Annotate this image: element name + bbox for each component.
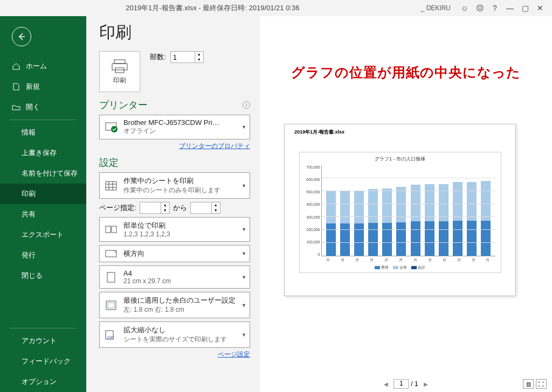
nav-account[interactable]: アカウント bbox=[0, 331, 86, 351]
svg-rect-7 bbox=[112, 226, 116, 233]
next-page-button[interactable]: ▶ bbox=[420, 381, 431, 387]
svg-rect-5 bbox=[106, 181, 116, 190]
preview-pager: ◀ 1 / 1 ▶ bbox=[260, 379, 552, 389]
copies-up[interactable]: ▲ bbox=[195, 52, 203, 57]
maximize-button[interactable]: ▢ bbox=[518, 2, 533, 14]
printer-icon bbox=[111, 59, 128, 74]
svg-rect-6 bbox=[106, 226, 111, 233]
prev-page-button[interactable]: ◀ bbox=[381, 381, 391, 387]
current-page-input[interactable]: 1 bbox=[394, 379, 409, 389]
copies-down[interactable]: ▼ bbox=[195, 57, 203, 62]
page-total: / 1 bbox=[411, 380, 418, 388]
nav-share[interactable]: 共有 bbox=[0, 204, 86, 225]
printer-properties-link[interactable]: プリンターのプロパティ bbox=[99, 142, 250, 151]
title-bar: 2019年1月-報告書.xlsx - 最終保存日時: 2019/01/21 0:… bbox=[0, 0, 552, 16]
margins-icon bbox=[104, 300, 118, 310]
chevron-down-icon: ▼ bbox=[242, 124, 246, 130]
nav-export[interactable]: エクスポート bbox=[0, 225, 86, 245]
nav-save[interactable]: 上書き保存 bbox=[0, 143, 86, 163]
nav-open[interactable]: 開く bbox=[0, 97, 86, 117]
print-preview-pane: グラフの位置が用紙の中央になった 2019年1月-報告書.xlsx グラフ1 -… bbox=[260, 16, 552, 392]
orientation-select[interactable]: 横方向 ▼ bbox=[99, 245, 250, 262]
printer-select[interactable]: Brother MFC-J6573CDW Pri…オフライン ▼ bbox=[99, 115, 250, 139]
nav-close[interactable]: 閉じる bbox=[0, 265, 86, 286]
landscape-icon bbox=[104, 249, 118, 258]
print-button[interactable]: 印刷 bbox=[99, 51, 140, 92]
nav-info[interactable]: 情報 bbox=[0, 122, 86, 143]
back-button[interactable] bbox=[12, 27, 31, 46]
nav-publish[interactable]: 発行 bbox=[0, 245, 86, 265]
file-icon bbox=[12, 83, 20, 90]
print-preview-page: 2019年1月-報告書.xlsx グラフ1 - 市の人口推移 700,00060… bbox=[284, 124, 516, 296]
paper-size-select[interactable]: A421 cm x 29.7 cm ▼ bbox=[99, 265, 250, 289]
print-settings-panel: 印刷 印刷 部数: 1 ▲▼ プリンター i bbox=[86, 16, 260, 392]
svg-rect-11 bbox=[108, 303, 114, 308]
page-range-label: ページ指定: bbox=[99, 203, 136, 213]
help-icon[interactable]: ? bbox=[487, 2, 502, 14]
home-icon bbox=[12, 62, 20, 70]
settings-section-header: 設定 bbox=[99, 156, 250, 169]
page-setup-link[interactable]: ページ設定 bbox=[99, 350, 250, 359]
collate-icon bbox=[104, 226, 118, 233]
backstage-sidebar: ホーム 新規 開く 情報 上書き保存 名前を付けて保存 印刷 共有 エクスポート… bbox=[0, 16, 86, 392]
user-name: _ DEKIRU bbox=[421, 4, 451, 12]
nav-new[interactable]: 新規 bbox=[0, 76, 86, 97]
scale-icon: 100 bbox=[104, 330, 118, 340]
scaling-select[interactable]: 100 拡大縮小なしシートを実際のサイズで印刷します ▼ bbox=[99, 321, 250, 348]
page-icon bbox=[104, 272, 118, 283]
svg-rect-1 bbox=[112, 64, 127, 70]
svg-rect-0 bbox=[114, 60, 125, 64]
copies-label: 部数: bbox=[150, 52, 166, 62]
arrow-left-icon bbox=[17, 32, 26, 41]
info-icon[interactable]: i bbox=[243, 101, 250, 109]
minimize-button[interactable]: — bbox=[502, 2, 518, 14]
printer-section-header: プリンター i bbox=[99, 99, 250, 111]
zoom-to-page-button[interactable]: ⛶ bbox=[536, 379, 547, 389]
printer-status-icon bbox=[104, 122, 118, 132]
svg-rect-9 bbox=[107, 272, 115, 282]
close-button[interactable]: ✕ bbox=[533, 2, 548, 14]
callout-text: グラフの位置が用紙の中央になった bbox=[291, 64, 521, 81]
page-from-input[interactable]: ▲▼ bbox=[140, 202, 170, 214]
sheet-icon bbox=[104, 181, 118, 191]
nav-options[interactable]: オプション bbox=[0, 372, 86, 392]
face-sad-icon[interactable]: ☹ bbox=[472, 2, 487, 14]
page-to-input[interactable]: ▲▼ bbox=[190, 202, 220, 214]
folder-open-icon bbox=[12, 103, 20, 111]
window-title: 2019年1月-報告書.xlsx - 最終保存日時: 2019/01/21 0:… bbox=[4, 3, 421, 13]
chart-title: グラフ1 - 市の人口推移 bbox=[300, 156, 501, 163]
face-happy-icon[interactable]: ☺ bbox=[457, 2, 472, 14]
show-margins-button[interactable]: ▥ bbox=[523, 379, 534, 389]
copies-input[interactable]: 1 ▲▼ bbox=[170, 51, 204, 63]
nav-saveas[interactable]: 名前を付けて保存 bbox=[0, 163, 86, 184]
print-what-select[interactable]: 作業中のシートを印刷作業中のシートのみを印刷します ▼ bbox=[99, 172, 250, 199]
nav-feedback[interactable]: フィードバック bbox=[0, 351, 86, 372]
page-title: 印刷 bbox=[99, 22, 250, 44]
svg-text:100: 100 bbox=[107, 335, 114, 340]
embedded-chart: グラフ1 - 市の人口推移 700,000600,000500,000400,0… bbox=[299, 152, 501, 273]
nav-print[interactable]: 印刷 bbox=[0, 184, 86, 204]
margins-select[interactable]: 最後に適用した余白のユーザー設定左: 1.8 cm 右: 1.8 cm ▼ bbox=[99, 292, 250, 318]
collate-select[interactable]: 部単位で印刷1,2,3 1,2,3 1,2,3 ▼ bbox=[99, 217, 250, 242]
nav-home[interactable]: ホーム bbox=[0, 56, 86, 76]
